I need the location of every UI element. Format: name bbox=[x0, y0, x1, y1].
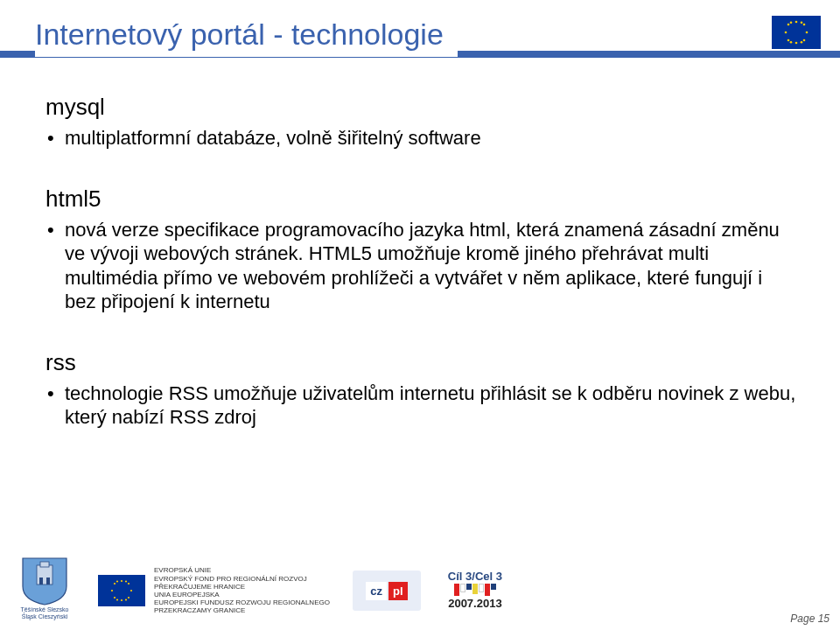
svg-point-8 bbox=[803, 39, 806, 42]
svg-rect-13 bbox=[37, 565, 52, 584]
shield-text-1: Těšínské Slezsko bbox=[21, 606, 69, 612]
bullet-mysql: multiplatformní databáze, volně šiřiteln… bbox=[46, 126, 798, 150]
footer: Těšínské Slezsko Śląsk Cieszyński bbox=[0, 555, 840, 630]
section-label-html5: html5 bbox=[46, 186, 798, 213]
svg-point-2 bbox=[795, 42, 798, 45]
svg-rect-16 bbox=[46, 578, 50, 584]
svg-point-18 bbox=[121, 580, 122, 582]
svg-point-9 bbox=[801, 22, 803, 24]
page-number: Page 15 bbox=[790, 612, 830, 625]
section-label-mysql: mysql bbox=[46, 94, 798, 121]
cil-btm-text: 2007.2013 bbox=[444, 597, 507, 610]
bullet-rss: technologie RSS umožňuje uživatelům inte… bbox=[46, 382, 798, 430]
svg-rect-14 bbox=[40, 562, 49, 567]
svg-point-25 bbox=[128, 597, 130, 598]
svg-point-1 bbox=[795, 21, 798, 24]
svg-point-12 bbox=[790, 41, 793, 44]
svg-point-23 bbox=[128, 583, 130, 584]
svg-point-10 bbox=[790, 22, 793, 24]
svg-point-4 bbox=[806, 32, 808, 34]
svg-rect-17 bbox=[98, 575, 145, 606]
shield-text-2: Śląsk Cieszyński bbox=[22, 613, 68, 620]
svg-point-22 bbox=[114, 583, 116, 584]
svg-point-28 bbox=[125, 598, 127, 600]
eu-fund-text: EVROPSKÁ UNIE EVROPSKÝ FOND PRO REGIONÁL… bbox=[154, 566, 330, 614]
svg-point-6 bbox=[803, 24, 806, 26]
svg-point-27 bbox=[116, 580, 118, 582]
bullet-html5: nová verze specifikace programovacího ja… bbox=[46, 218, 798, 314]
eu-flag-icon bbox=[772, 16, 821, 49]
svg-point-20 bbox=[111, 590, 113, 592]
cil3-logo-icon: Cíl 3/Cel 3 2007.2013 bbox=[444, 571, 507, 609]
euroregion-shield-icon: Těšínské Slezsko Śląsk Cieszyński bbox=[14, 556, 75, 625]
eu-flag-small-icon bbox=[98, 575, 145, 606]
svg-point-19 bbox=[121, 599, 122, 601]
svg-point-29 bbox=[116, 598, 118, 600]
eu-fund-block: EVROPSKÁ UNIE EVROPSKÝ FOND PRO REGIONÁL… bbox=[98, 566, 330, 614]
page-title: Internetový portál - technologie bbox=[35, 18, 444, 52]
svg-rect-15 bbox=[39, 578, 43, 584]
svg-point-24 bbox=[114, 597, 116, 598]
czpl-badge-icon: cz pl bbox=[353, 570, 421, 611]
section-label-rss: rss bbox=[46, 349, 798, 376]
svg-point-7 bbox=[788, 39, 790, 42]
cz-badge: cz bbox=[366, 582, 387, 600]
svg-point-3 bbox=[785, 32, 788, 34]
svg-point-11 bbox=[801, 41, 803, 44]
svg-point-21 bbox=[130, 590, 132, 592]
svg-point-5 bbox=[788, 24, 790, 26]
cil-top-text: Cíl 3/Cel 3 bbox=[444, 571, 507, 582]
pl-badge: pl bbox=[388, 582, 408, 600]
svg-point-26 bbox=[125, 580, 127, 582]
